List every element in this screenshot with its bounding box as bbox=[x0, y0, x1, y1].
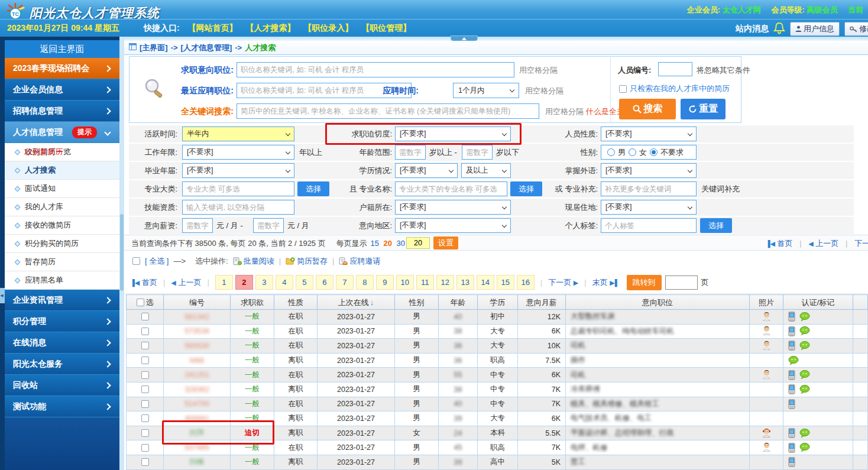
page-jump-button[interactable]: 跳转到 bbox=[627, 275, 662, 290]
page-number-6[interactable]: 6 bbox=[316, 275, 333, 290]
header-select-all-checkbox[interactable] bbox=[137, 299, 144, 306]
page-number-1[interactable]: 1 bbox=[215, 275, 233, 290]
phone-verified-icon[interactable] bbox=[788, 341, 795, 351]
chat-badge-icon[interactable] bbox=[799, 370, 810, 380]
chat-badge-icon[interactable] bbox=[799, 385, 810, 394]
chat-badge-icon[interactable] bbox=[799, 341, 810, 351]
candidate-id-cell[interactable]: 241251 bbox=[164, 368, 231, 383]
page-number-15[interactable]: 15 bbox=[497, 275, 514, 290]
phone-verified-icon[interactable] bbox=[788, 457, 795, 467]
page-prev[interactable]: ◀ 上一页 bbox=[171, 277, 201, 288]
breadcrumb-home[interactable]: [主界面] bbox=[140, 43, 168, 53]
quick-link-job-entry[interactable]: 【职位录入】 bbox=[303, 23, 353, 33]
sidebar-item-8[interactable]: 我的人才库 bbox=[5, 198, 119, 216]
sidebar-item-10[interactable]: 积分购买的简历 bbox=[5, 235, 119, 253]
row-checkbox[interactable] bbox=[141, 385, 149, 393]
per-page-30[interactable]: 30 bbox=[397, 239, 405, 248]
tags-input[interactable] bbox=[601, 218, 697, 233]
quick-link-site-home[interactable]: 【网站首页】 bbox=[188, 23, 238, 33]
phone-verified-icon[interactable] bbox=[788, 384, 795, 394]
sidebar-group-4[interactable]: 人才信息管理提示 bbox=[5, 122, 119, 143]
page-number-5[interactable]: 5 bbox=[296, 275, 313, 290]
top-nav-next[interactable]: 下一页 bbox=[854, 239, 868, 248]
education-select[interactable]: [不要求] bbox=[395, 163, 458, 178]
candidate-id-cell[interactable]: M88 bbox=[164, 354, 231, 368]
page-number-14[interactable]: 14 bbox=[477, 275, 494, 290]
row-checkbox[interactable] bbox=[141, 458, 149, 466]
candidate-id-cell[interactable]: 581342 bbox=[164, 310, 231, 325]
page-number-13[interactable]: 13 bbox=[456, 275, 474, 290]
major-name-select-button[interactable]: 选择 bbox=[510, 181, 542, 196]
gender-radio-male[interactable] bbox=[607, 148, 615, 156]
per-page-15[interactable]: 15 bbox=[370, 239, 378, 248]
chat-badge-icon[interactable] bbox=[799, 312, 810, 322]
tags-select-button[interactable]: 选择 bbox=[700, 218, 732, 233]
sidebar-group-14[interactable]: 积分管理 bbox=[5, 311, 119, 332]
phone-verified-icon[interactable] bbox=[788, 312, 795, 322]
sidebar-group-17[interactable]: 回收站 bbox=[5, 375, 119, 396]
phone-verified-icon[interactable] bbox=[788, 399, 795, 409]
search-button[interactable]: 搜索 bbox=[619, 99, 676, 119]
emp-id-input[interactable] bbox=[658, 62, 692, 76]
active-time-select[interactable]: 半年内 bbox=[182, 127, 294, 141]
male-avatar-icon[interactable] bbox=[762, 311, 772, 323]
sidebar-scrollbar-thumb[interactable] bbox=[120, 214, 124, 291]
resume-save-link[interactable]: 简历暂存 bbox=[286, 256, 328, 267]
page-number-16[interactable]: 16 bbox=[517, 275, 535, 290]
page-number-8[interactable]: 8 bbox=[356, 275, 374, 290]
intent-position-input[interactable] bbox=[237, 62, 514, 77]
sidebar-back-to-main[interactable]: 返回主界面 bbox=[5, 40, 119, 58]
candidate-id-cell[interactable]: 537485 bbox=[164, 440, 231, 455]
breadcrumb-talent-mgmt[interactable]: [人才信息管理] bbox=[181, 43, 232, 53]
phone-verified-icon[interactable] bbox=[788, 428, 795, 438]
page-number-12[interactable]: 12 bbox=[436, 275, 454, 290]
row-checkbox[interactable] bbox=[141, 414, 149, 422]
candidate-id-cell[interactable]: 573538 bbox=[164, 325, 231, 339]
page-number-9[interactable]: 9 bbox=[376, 275, 394, 290]
residence-select[interactable]: [不要求] bbox=[601, 200, 697, 215]
male-avatar-icon[interactable] bbox=[762, 442, 772, 453]
major-cat-select-button[interactable]: 选择 bbox=[297, 181, 329, 196]
invite-apply-link[interactable]: 应聘邀请 bbox=[339, 256, 380, 267]
age-max-input[interactable] bbox=[462, 145, 493, 160]
foreign-lang-select[interactable]: [不要求] bbox=[601, 163, 697, 178]
candidate-id-cell[interactable]: 刘峰 bbox=[164, 455, 231, 470]
sidebar-item-6[interactable]: 人才搜索 bbox=[5, 161, 119, 180]
gender-radio-female[interactable] bbox=[629, 148, 636, 156]
row-checkbox[interactable] bbox=[141, 342, 149, 349]
chat-badge-icon[interactable] bbox=[799, 429, 810, 438]
row-checkbox[interactable] bbox=[141, 444, 149, 452]
row-checkbox[interactable] bbox=[141, 356, 149, 364]
page-number-3[interactable]: 3 bbox=[255, 275, 273, 290]
sidebar-group-1[interactable]: 2023春季现场招聘会 bbox=[5, 58, 119, 79]
candidate-id-cell[interactable]: 514700 bbox=[164, 397, 231, 412]
person-type-select[interactable]: [不要求] bbox=[601, 127, 697, 141]
gender-radio-any[interactable] bbox=[650, 148, 658, 156]
candidate-id-cell[interactable]: 456881 bbox=[164, 411, 231, 426]
sidebar-group-15[interactable]: 在线消息 bbox=[5, 332, 119, 354]
chat-badge-icon[interactable] bbox=[799, 326, 810, 336]
quick-link-talent-search[interactable]: 【人才搜索】 bbox=[245, 23, 295, 33]
salary-min-input[interactable] bbox=[182, 218, 213, 233]
batch-read-link[interactable]: 批量阅读 bbox=[233, 256, 274, 267]
sidebar-item-9[interactable]: 接收的微简历 bbox=[5, 216, 119, 235]
work-years-select[interactable]: [不要求] bbox=[182, 145, 294, 160]
sidebar-group-2[interactable]: 企业会员信息 bbox=[5, 79, 119, 101]
select-all-checkbox[interactable] bbox=[132, 257, 140, 265]
page-number-7[interactable]: 7 bbox=[336, 275, 354, 290]
select-all-link[interactable]: [ 全选 ] bbox=[145, 256, 169, 267]
area-select[interactable]: [不要求] bbox=[395, 218, 511, 233]
candidate-id-cell[interactable]: 刘萍 bbox=[164, 426, 231, 441]
bell-icon[interactable] bbox=[773, 21, 785, 36]
male-avatar-icon[interactable] bbox=[762, 369, 772, 381]
quick-link-job-manage[interactable]: 【职位管理】 bbox=[361, 23, 411, 33]
candidate-id-cell[interactable]: 565530 bbox=[164, 339, 231, 354]
grad-year-select[interactable]: [不要求] bbox=[182, 163, 294, 178]
sidebar-item-11[interactable]: 暂存简历 bbox=[5, 253, 119, 271]
row-checkbox[interactable] bbox=[141, 328, 149, 335]
per-page-set-button[interactable]: 设置 bbox=[433, 236, 458, 249]
reset-button[interactable]: 重置 bbox=[681, 99, 726, 119]
phone-verified-icon[interactable] bbox=[788, 370, 795, 380]
per-page-input[interactable] bbox=[406, 237, 430, 249]
sidebar-group-13[interactable]: 企业资讯管理 bbox=[5, 290, 119, 311]
